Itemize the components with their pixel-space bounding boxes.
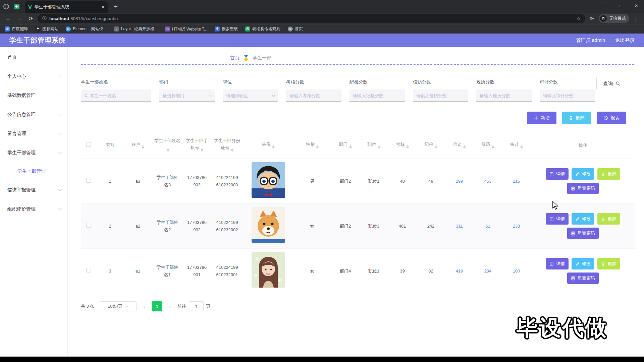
search-button[interactable]: 查询 <box>596 77 627 90</box>
sidebar-item-组织评价管理[interactable]: 组织评价管理 <box>0 199 67 219</box>
bookmark-star-icon[interactable]: ☆ <box>577 16 581 21</box>
filter-input[interactable] <box>413 89 468 102</box>
cell-select[interactable] <box>81 249 96 294</box>
column-header-avatar[interactable]: 头像 <box>243 132 293 159</box>
sidebar-item-信访举报管理[interactable]: 信访举报管理 <box>0 180 67 199</box>
add-button[interactable]: 新增 <box>527 112 556 124</box>
column-header-xinfang[interactable]: 信访 <box>445 132 474 159</box>
reset-password-button[interactable]: 重置密码 <box>567 183 599 194</box>
sidebar-item-个人中心[interactable]: 个人中心 <box>0 67 67 86</box>
back-icon[interactable]: ← <box>3 14 13 23</box>
cell-select[interactable] <box>81 204 96 249</box>
filter-text-input[interactable] <box>543 93 592 98</box>
edit-button[interactable]: 修改 <box>572 213 594 225</box>
bookmark-item[interactable]: 表表结构命名规则 <box>245 26 280 32</box>
reload-icon[interactable]: ⟳ <box>26 14 36 23</box>
report-button[interactable]: 报表 <box>597 112 626 124</box>
new-tab-icon[interactable]: ＋ <box>113 2 119 10</box>
sidebar-item-公告信息管理[interactable]: 公告信息管理 <box>0 105 67 124</box>
column-header-lvli[interactable]: 履历 <box>474 132 502 159</box>
bookmark-item[interactable]: 译百度翻译 <box>5 26 28 32</box>
delete-button[interactable]: 删除 <box>597 213 620 225</box>
column-header-shenji[interactable]: 审计 <box>502 132 531 159</box>
delete-button[interactable]: 删除 <box>562 112 591 124</box>
filter-text-input[interactable] <box>289 93 338 98</box>
filter-select[interactable] <box>223 89 278 102</box>
goto-page-input[interactable] <box>189 301 204 311</box>
reset-password-button[interactable]: 重置密码 <box>567 273 599 284</box>
close-icon[interactable]: ✕ <box>629 0 644 11</box>
row-select-checkbox[interactable] <box>86 178 91 183</box>
filter-select[interactable] <box>159 89 215 102</box>
green-sheet-icon[interactable] <box>14 4 19 9</box>
filter-input[interactable] <box>476 89 532 102</box>
column-header-account[interactable]: 账户 <box>124 132 152 159</box>
globe-icon[interactable] <box>3 4 9 9</box>
column-header-gender[interactable]: 性别 <box>293 132 331 159</box>
sidebar-item-基础数据管理[interactable]: 基础数据管理 <box>0 86 67 105</box>
sort-carets-icon[interactable] <box>349 144 352 150</box>
browser-tab[interactable]: V 学生干部管理系统 ✕ <box>25 1 108 13</box>
sidebar-item-学生干部管理[interactable]: 学生干部管理 <box>0 143 67 162</box>
sort-carets-icon[interactable] <box>142 144 144 150</box>
breadcrumb-home-link[interactable]: 首页 <box>230 55 239 61</box>
filter-input[interactable] <box>286 89 341 102</box>
filter-text-input[interactable] <box>480 93 528 98</box>
detail-button[interactable]: 详情 <box>546 258 569 269</box>
filter-text-input[interactable] <box>90 93 148 98</box>
filter-input[interactable] <box>540 89 595 102</box>
sort-carets-icon[interactable] <box>435 144 437 150</box>
sort-carets-icon[interactable] <box>378 144 380 150</box>
sort-carets-icon[interactable] <box>316 144 319 150</box>
row-select-checkbox[interactable] <box>86 268 91 273</box>
sort-carets-icon[interactable] <box>463 144 466 150</box>
bookmark-item[interactable]: EElement - 网站快... <box>66 26 107 32</box>
sidebar-item-首页[interactable]: 首页 <box>0 48 67 67</box>
bookmark-item[interactable]: HHTML5 Website T... <box>165 26 207 32</box>
admin-user-label[interactable]: 管理员 admin <box>576 37 605 44</box>
sort-carets-icon[interactable] <box>201 147 203 153</box>
column-header-kaohe[interactable]: 考核 <box>388 132 417 159</box>
column-header-jijian[interactable]: 纪检 <box>417 132 445 159</box>
bookmark-item[interactable]: LLayui - 经典开源模... <box>114 26 158 32</box>
current-page-button[interactable]: 1 <box>152 301 162 311</box>
cell-select[interactable] <box>81 159 96 204</box>
filter-text-input[interactable] <box>226 93 270 98</box>
delete-button[interactable]: 删除 <box>597 168 620 180</box>
filter-text-input[interactable] <box>353 93 401 98</box>
forward-icon[interactable]: → <box>15 14 24 23</box>
column-header-id_number[interactable]: 学生干部身份证号 <box>211 132 243 159</box>
filter-text-input[interactable] <box>416 93 465 98</box>
filter-input[interactable] <box>350 89 405 102</box>
sort-carets-icon[interactable] <box>520 144 523 150</box>
key-icon[interactable] <box>587 14 597 23</box>
bookmark-item[interactable]: ⚑图标网站 <box>35 26 58 32</box>
menu-dots-icon[interactable]: ⋮ <box>631 14 641 23</box>
address-bar[interactable]: ⓘ localhost:8081/#/xueshengganbu ☆ <box>38 14 585 23</box>
page-info-icon[interactable]: ⓘ <box>42 15 47 21</box>
sort-carets-icon[interactable] <box>167 147 169 153</box>
delete-button[interactable]: 删除 <box>597 258 620 269</box>
filter-input[interactable] <box>81 89 151 102</box>
sort-carets-icon[interactable] <box>492 144 494 150</box>
column-header-phone[interactable]: 学生干部手机号 <box>183 132 211 159</box>
sidebar-item-留言管理[interactable]: 留言管理 <box>0 124 67 143</box>
sort-carets-icon[interactable] <box>272 144 275 150</box>
logout-link[interactable]: 退出登录 <box>615 37 635 44</box>
per-page-select[interactable]: 10条/页 <box>99 301 137 311</box>
maximize-icon[interactable]: □ <box>613 0 629 11</box>
edit-button[interactable]: 修改 <box>572 258 594 269</box>
reset-password-button[interactable]: 重置密码 <box>567 228 599 239</box>
column-header-position[interactable]: 职位 <box>360 132 388 159</box>
tab-close-icon[interactable]: ✕ <box>101 5 105 9</box>
select-all-checkbox[interactable] <box>86 142 91 147</box>
prev-page-button[interactable]: ‹ <box>141 304 147 309</box>
detail-button[interactable]: 详情 <box>546 168 569 180</box>
filter-text-input[interactable] <box>163 93 207 98</box>
sort-carets-icon[interactable] <box>231 147 233 153</box>
minimize-icon[interactable]: — <box>598 0 613 11</box>
detail-button[interactable]: 详情 <box>546 213 569 225</box>
next-page-button[interactable]: › <box>167 304 173 309</box>
bookmark-item[interactable]: 搜搜索壁纸 <box>215 26 238 32</box>
bookmark-item[interactable]: ⊕首页 <box>288 26 303 32</box>
